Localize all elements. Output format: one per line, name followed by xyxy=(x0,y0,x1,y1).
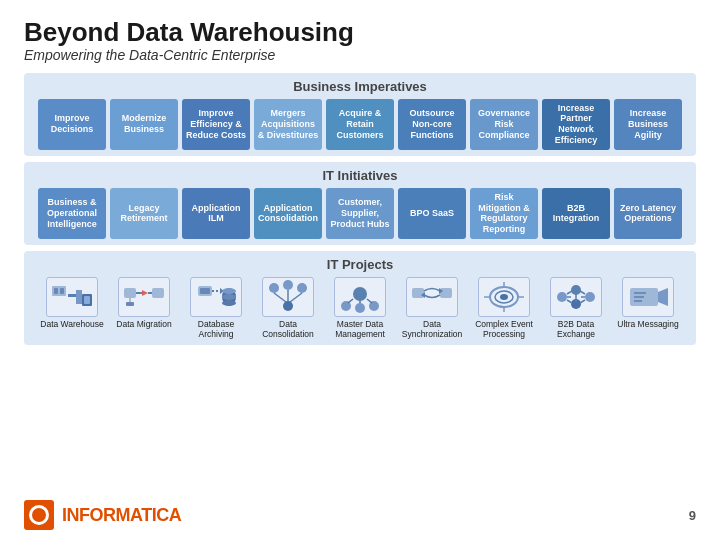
svg-rect-16 xyxy=(200,288,210,294)
it-cards: Business & Operational Intelligence Lega… xyxy=(30,188,690,239)
proj-card-ds: Data Synchronization xyxy=(398,277,466,339)
svg-point-25 xyxy=(297,283,307,293)
it-initiatives-section: IT Initiatives Business & Operational In… xyxy=(24,162,696,245)
svg-point-50 xyxy=(585,292,595,302)
svg-rect-12 xyxy=(152,288,164,298)
proj-label: IT Projects xyxy=(30,257,690,272)
svg-line-58 xyxy=(567,300,572,303)
svg-point-24 xyxy=(283,280,293,290)
slide: Beyond Data Warehousing Empowering the D… xyxy=(0,0,720,540)
ds-icon-svg xyxy=(410,280,454,314)
proj-icon-dw xyxy=(46,277,98,317)
svg-rect-6 xyxy=(84,296,90,304)
svg-rect-14 xyxy=(126,302,134,306)
bi-cards: Improve Decisions Modernize Business Imp… xyxy=(30,99,690,150)
proj-label-ds: Data Synchronization xyxy=(398,319,466,339)
proj-label-cep: Complex Event Processing xyxy=(470,319,538,339)
it-projects-section: IT Projects Data Warehouse xyxy=(24,251,696,345)
proj-icon-mdm xyxy=(334,277,386,317)
svg-rect-37 xyxy=(412,288,424,298)
it-card-4: Application Consolidation xyxy=(254,188,322,239)
proj-card-mdm: Master Data Management xyxy=(326,277,394,339)
svg-marker-9 xyxy=(142,290,148,296)
svg-line-36 xyxy=(367,299,372,303)
proj-label-dc: Data Consolidation xyxy=(254,319,322,339)
it-card-8: B2B Integration xyxy=(542,188,610,239)
sub-title: Empowering the Data-Centric Enterprise xyxy=(24,47,696,63)
svg-point-48 xyxy=(557,292,567,302)
proj-icon-cep xyxy=(478,277,530,317)
svg-line-59 xyxy=(580,291,585,294)
bi-card-7: Governance Risk Compliance xyxy=(470,99,538,150)
svg-rect-3 xyxy=(68,294,76,297)
proj-label-um: Ultra Messaging xyxy=(617,319,678,329)
it-label: IT Initiatives xyxy=(30,168,690,183)
svg-line-28 xyxy=(290,293,302,302)
svg-point-29 xyxy=(283,301,293,311)
proj-label-b2b: B2B Data Exchange xyxy=(542,319,610,339)
proj-icon-ds xyxy=(406,277,458,317)
dc-icon-svg xyxy=(266,280,310,314)
it-card-5: Customer, Supplier, Product Hubs xyxy=(326,188,394,239)
dw-icon-svg xyxy=(50,280,94,314)
proj-label-dm: Data Migration xyxy=(116,319,171,329)
bi-card-2: Modernize Business xyxy=(110,99,178,150)
proj-icon-b2b xyxy=(550,277,602,317)
svg-point-21 xyxy=(222,294,236,300)
proj-card-da: Database Archiving xyxy=(182,277,250,339)
page-number: 9 xyxy=(689,508,696,523)
main-title: Beyond Data Warehousing xyxy=(24,18,696,47)
proj-icon-da xyxy=(190,277,242,317)
bi-card-4: Mergers Acquisitions & Divestitures xyxy=(254,99,322,150)
bi-card-6: Outsource Non-core Functions xyxy=(398,99,466,150)
proj-card-dm: Data Migration xyxy=(110,277,178,339)
proj-card-cep: Complex Event Processing xyxy=(470,277,538,339)
mdm-icon-svg xyxy=(338,280,382,314)
svg-point-22 xyxy=(222,300,236,306)
proj-icon-um xyxy=(622,277,674,317)
logo-text: INFORMATICA xyxy=(62,505,181,526)
svg-line-57 xyxy=(567,291,572,294)
svg-rect-1 xyxy=(54,288,58,294)
proj-cards: Data Warehouse Data Migrat xyxy=(30,277,690,339)
cep-icon-svg xyxy=(482,280,526,314)
business-imperatives-section: Business Imperatives Improve Decisions M… xyxy=(24,73,696,156)
proj-card-um: Ultra Messaging xyxy=(614,277,682,339)
proj-card-b2b: B2B Data Exchange xyxy=(542,277,610,339)
footer: INFORMATICA 9 xyxy=(24,496,696,530)
svg-line-34 xyxy=(348,299,353,303)
bi-label: Business Imperatives xyxy=(30,79,690,94)
svg-rect-38 xyxy=(440,288,452,298)
da-icon-svg xyxy=(194,280,238,314)
bi-card-5: Acquire & Retain Customers xyxy=(326,99,394,150)
proj-label-da: Database Archiving xyxy=(182,319,250,339)
svg-marker-62 xyxy=(658,288,668,306)
it-card-6: BPO SaaS xyxy=(398,188,466,239)
um-icon-svg xyxy=(626,280,670,314)
it-card-2: Legacy Retirement xyxy=(110,188,178,239)
it-card-3: Application ILM xyxy=(182,188,250,239)
logo-icon xyxy=(24,500,54,530)
dm-icon-svg xyxy=(122,280,166,314)
bi-card-8: Increase Partner Network Efficiency xyxy=(542,99,610,150)
proj-icon-dc xyxy=(262,277,314,317)
svg-point-20 xyxy=(222,288,236,294)
svg-rect-7 xyxy=(124,288,136,298)
bi-card-1: Improve Decisions xyxy=(38,99,106,150)
svg-line-26 xyxy=(274,293,286,302)
b2b-icon-svg xyxy=(554,280,598,314)
svg-rect-2 xyxy=(60,288,64,294)
proj-icon-dm xyxy=(118,277,170,317)
svg-marker-4 xyxy=(76,290,82,304)
svg-point-23 xyxy=(269,283,279,293)
logo-icon-inner xyxy=(29,505,49,525)
title-section: Beyond Data Warehousing Empowering the D… xyxy=(24,18,696,63)
svg-point-30 xyxy=(353,287,367,301)
proj-card-dc: Data Consolidation xyxy=(254,277,322,339)
bi-card-9: Increase Business Agility xyxy=(614,99,682,150)
proj-label-dw: Data Warehouse xyxy=(40,319,103,329)
it-card-7: Risk Mitigation & Regulatory Reporting xyxy=(470,188,538,239)
proj-card-dw: Data Warehouse xyxy=(38,277,106,339)
svg-point-43 xyxy=(500,294,508,300)
proj-label-mdm: Master Data Management xyxy=(326,319,394,339)
